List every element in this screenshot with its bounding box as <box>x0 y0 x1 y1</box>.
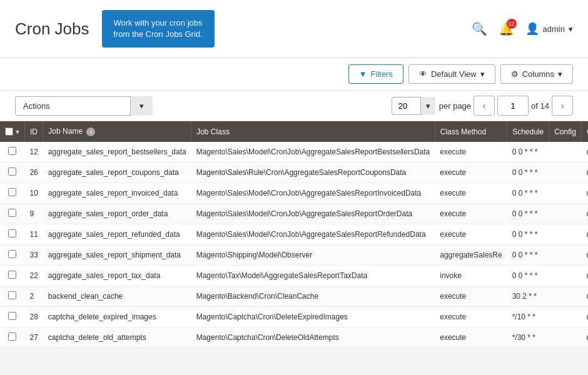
row-checkbox[interactable] <box>8 229 16 238</box>
prev-page-button[interactable]: ‹ <box>474 96 495 116</box>
row-group: default <box>581 183 588 204</box>
row-id: 27 <box>25 328 43 348</box>
row-job-name: aggregate_sales_report_coupons_data <box>43 162 191 183</box>
row-class-method: execute <box>435 142 507 162</box>
actions-select[interactable]: Actions <box>15 96 153 116</box>
row-config <box>549 307 582 328</box>
row-job-class: Magento\Tax\Model\AggregateSalesReportTa… <box>191 266 435 286</box>
header-schedule: Schedule <box>507 121 549 142</box>
row-group: default <box>581 224 588 245</box>
row-checkbox[interactable] <box>8 250 16 258</box>
per-page-select[interactable]: 20 50 100 <box>392 97 435 115</box>
row-schedule: */30 * * <box>507 328 549 348</box>
row-checkbox[interactable] <box>8 271 16 279</box>
row-job-class: Magento\Sales\Model\CronJob\AggregateSal… <box>191 224 435 245</box>
funnel-icon: ▼ <box>359 69 367 79</box>
header-right: 🔍 🔔 12 👤 admin ▾ <box>472 21 573 36</box>
filter-label: Filters <box>371 69 393 79</box>
row-job-name: aggregate_sales_report_refunded_data <box>43 224 191 245</box>
row-checkbox-cell <box>0 142 25 162</box>
row-schedule: 0 0 * * * <box>507 142 549 162</box>
header-checkbox-col: ▾ <box>0 121 25 142</box>
row-job-class: Magento\Sales\Model\CronJob\AggregateSal… <box>191 204 435 224</box>
page-of-label: of 14 <box>531 101 549 111</box>
row-job-class: Magento\Shipping\Model\Observer <box>191 245 435 266</box>
user-menu-button[interactable]: 👤 admin ▾ <box>525 22 573 36</box>
row-checkbox-cell <box>0 224 25 245</box>
row-schedule: 0 0 * * * <box>507 266 549 286</box>
row-config <box>549 142 582 162</box>
row-class-method: execute <box>435 328 507 348</box>
row-job-name: aggregate_sales_report_shipment_data <box>43 245 191 266</box>
row-config <box>549 286 582 307</box>
header-left: Cron Jobs Work with your cron jobs from … <box>15 10 215 48</box>
row-job-name: aggregate_sales_report_order_data <box>43 204 191 224</box>
row-job-class: Magento\Sales\Model\CronJob\AggregateSal… <box>191 183 435 204</box>
header-class-method: Class Method <box>435 121 507 142</box>
row-checkbox-cell <box>0 245 25 266</box>
per-page-select-wrap: 20 50 100 ▾ <box>392 97 435 115</box>
row-id: 12 <box>25 142 43 162</box>
row-job-class: Magento\Captcha\Cron\DeleteExpiredImages <box>191 307 435 328</box>
notification-button[interactable]: 🔔 12 <box>499 21 514 36</box>
tooltip-box: Work with your cron jobs from the Cron J… <box>102 10 215 48</box>
row-checkbox[interactable] <box>8 147 16 155</box>
row-group: default <box>581 307 588 328</box>
table-row: 9 aggregate_sales_report_order_data Mage… <box>0 204 588 224</box>
row-id: 33 <box>25 245 43 266</box>
row-schedule: 0 0 * * * <box>507 162 549 183</box>
row-class-method: execute <box>435 224 507 245</box>
row-group: default <box>581 204 588 224</box>
columns-chevron-icon: ▾ <box>558 69 562 79</box>
row-class-method: invoke <box>435 266 507 286</box>
row-schedule: 0 0 * * * <box>507 224 549 245</box>
next-page-button[interactable]: › <box>552 96 573 116</box>
row-config <box>549 204 582 224</box>
row-job-class: Magento\Sales\Model\CronJob\AggregateSal… <box>191 142 435 162</box>
row-checkbox-cell <box>0 183 25 204</box>
search-button[interactable]: 🔍 <box>472 21 487 36</box>
row-checkbox[interactable] <box>8 168 16 176</box>
row-class-method: aggregateSalesRe <box>435 245 507 266</box>
row-job-name: aggregate_sales_report_tax_data <box>43 266 191 286</box>
page-input[interactable] <box>497 96 529 116</box>
cron-jobs-table: ▾ ID Job Name i Job Class Class Method S… <box>0 121 588 348</box>
view-chevron-icon: ▾ <box>480 69 485 79</box>
row-config <box>549 162 582 183</box>
row-checkbox[interactable] <box>8 312 16 320</box>
row-schedule: 0 0 * * * <box>507 183 549 204</box>
row-config <box>549 245 582 266</box>
row-checkbox[interactable] <box>8 332 16 341</box>
table-row: 11 aggregate_sales_report_refunded_data … <box>0 224 588 245</box>
row-schedule: */10 * * <box>507 307 549 328</box>
actions-select-wrap: Actions ▾ <box>15 96 153 116</box>
row-checkbox[interactable] <box>8 291 16 299</box>
table-row: 12 aggregate_sales_report_bestsellers_da… <box>0 142 588 162</box>
row-checkbox[interactable] <box>8 188 16 196</box>
row-config <box>549 328 582 348</box>
row-job-class: Magento\Backend\Cron\CleanCache <box>191 286 435 307</box>
select-all-checkbox[interactable] <box>5 128 13 136</box>
toolbar: ▼ Filters 👁 Default View ▾ ⚙ Columns ▾ <box>0 58 588 91</box>
view-label: Default View <box>431 69 477 79</box>
row-job-name: captcha_delete_old_attempts <box>43 328 191 348</box>
row-group: default <box>581 328 588 348</box>
page-title: Cron Jobs <box>15 19 89 39</box>
row-class-method: execute <box>435 307 507 328</box>
header-id: ID <box>25 121 43 142</box>
gear-icon: ⚙ <box>511 69 519 79</box>
row-checkbox[interactable] <box>8 209 16 217</box>
row-config <box>549 224 582 245</box>
row-group: default <box>581 245 588 266</box>
columns-button[interactable]: ⚙ Columns ▾ <box>500 64 573 84</box>
filter-button[interactable]: ▼ Filters <box>348 64 403 84</box>
info-icon[interactable]: i <box>86 128 95 136</box>
row-checkbox-cell <box>0 328 25 348</box>
row-id: 28 <box>25 307 43 328</box>
table-body: 12 aggregate_sales_report_bestsellers_da… <box>0 142 588 348</box>
row-class-method: execute <box>435 286 507 307</box>
view-button[interactable]: 👁 Default View ▾ <box>408 64 495 84</box>
row-id: 22 <box>25 266 43 286</box>
columns-label: Columns <box>522 69 554 79</box>
header-row: ▾ ID Job Name i Job Class Class Method S… <box>0 121 588 142</box>
